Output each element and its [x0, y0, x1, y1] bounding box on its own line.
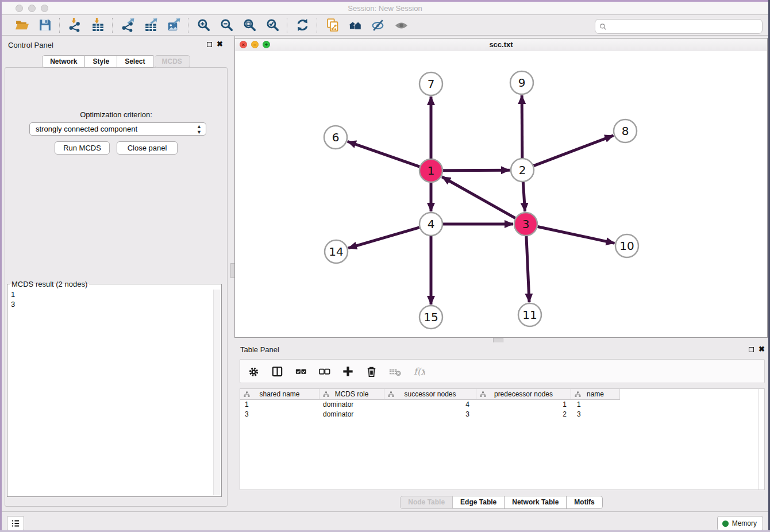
open-session-button[interactable]	[14, 18, 29, 33]
tab-select[interactable]: Select	[117, 55, 153, 68]
svg-text:1: 1	[428, 164, 435, 178]
cell-successor-nodes[interactable]: 3	[384, 410, 476, 419]
run-mcds-button[interactable]: Run MCDS	[55, 141, 110, 155]
import-network-button[interactable]	[67, 18, 82, 33]
edge-2-9[interactable]	[522, 95, 522, 158]
cell-successor-nodes[interactable]: 4	[384, 400, 476, 410]
graph-node-14[interactable]: 14	[325, 240, 348, 263]
graph-node-4[interactable]: 4	[419, 213, 442, 236]
tab-node-table[interactable]: Node Table	[400, 496, 453, 509]
table-row-1[interactable]: 1dominator411	[240, 400, 620, 410]
graph-node-15[interactable]: 15	[419, 306, 442, 329]
zoom-in-button[interactable]	[196, 18, 211, 33]
edge-1-2[interactable]	[443, 170, 510, 171]
import-network-icon	[68, 18, 82, 32]
cell-MCDS-role[interactable]: dominator	[319, 410, 384, 419]
close-panel-icon[interactable]: ✖	[217, 40, 223, 48]
network-canvas[interactable]: 7968124314101511	[235, 51, 767, 337]
cytoscape-app: Session: New Session Control Panel ✖ Net…	[0, 0, 770, 532]
refresh-layout-button[interactable]	[295, 18, 310, 33]
tab-motifs[interactable]: Motifs	[567, 496, 602, 509]
toolbar-group	[189, 18, 287, 33]
edge-3-11[interactable]	[526, 236, 529, 302]
horizontal-splitter[interactable]	[234, 338, 768, 342]
memory-status-dot	[722, 521, 729, 527]
edge-3-1[interactable]	[442, 177, 515, 218]
search-input[interactable]	[609, 21, 762, 32]
edge-2-3[interactable]	[523, 182, 525, 211]
svg-text:f(x): f(x)	[413, 366, 425, 377]
graph-node-2[interactable]: 2	[511, 159, 534, 182]
split-view-button[interactable]	[270, 364, 284, 379]
tab-style[interactable]: Style	[85, 55, 117, 68]
edge-4-14[interactable]	[348, 228, 419, 248]
float-table-panel-icon[interactable]	[749, 347, 754, 352]
cell-shared-name[interactable]: 1	[240, 400, 319, 410]
graph-node-9[interactable]: 9	[510, 71, 533, 94]
graph-node-6[interactable]: 6	[324, 126, 347, 149]
export-image-button[interactable]	[166, 18, 181, 33]
table-panel-title: Table Panel	[240, 345, 279, 354]
graph-node-11[interactable]: 11	[518, 303, 541, 326]
graph-node-3[interactable]: 3	[514, 213, 537, 236]
network-view-window: × − + scc.txt 7968124314101511	[234, 38, 768, 338]
tab-network[interactable]: Network	[42, 55, 85, 68]
deselect-all-button[interactable]	[317, 364, 332, 379]
zoom-out-button[interactable]	[219, 18, 234, 33]
graph-node-8[interactable]: 8	[614, 119, 637, 142]
delete-column-button[interactable]	[364, 364, 379, 379]
tab-network-table[interactable]: Network Table	[505, 496, 567, 509]
cell-name[interactable]: 1	[571, 400, 620, 410]
svg-text:7: 7	[428, 77, 435, 91]
close-table-panel-icon[interactable]: ✖	[759, 345, 765, 353]
svg-text:8: 8	[622, 124, 629, 138]
table-scrollbar[interactable]	[758, 389, 759, 489]
zoom-out-icon	[220, 18, 234, 32]
export-image-icon	[167, 18, 181, 32]
edge-3-10[interactable]	[538, 226, 615, 243]
cell-predecessor-nodes[interactable]: 2	[476, 410, 571, 419]
zoom-fit-button[interactable]	[242, 18, 257, 33]
hide-selected-button[interactable]	[371, 18, 386, 33]
export-network-button[interactable]	[120, 18, 135, 33]
delete-table-icon	[388, 365, 402, 378]
table-settings-button[interactable]	[246, 364, 261, 379]
export-table-button[interactable]	[143, 18, 158, 33]
edge-2-8[interactable]	[534, 136, 614, 166]
cell-MCDS-role[interactable]: dominator	[319, 400, 384, 410]
zoom-in-icon	[197, 18, 211, 32]
table-tabs: Node TableEdge TableNetwork TableMotifs	[234, 496, 768, 509]
tab-edge-table[interactable]: Edge Table	[453, 496, 505, 509]
tab-mcds[interactable]: MCDS	[155, 55, 190, 68]
column-header-MCDS-role[interactable]: MCDS role	[319, 389, 384, 400]
criterion-select[interactable]: strongly connected component ▲▼	[29, 122, 206, 136]
first-neighbors-button[interactable]	[348, 18, 363, 33]
criterion-value: strongly connected component	[36, 125, 137, 133]
new-network-from-selection-button[interactable]	[325, 18, 340, 33]
close-panel-button[interactable]: Close panel	[117, 141, 178, 155]
cell-predecessor-nodes[interactable]: 1	[476, 400, 571, 410]
column-header-successor-nodes[interactable]: successor nodes	[384, 389, 476, 400]
column-header-predecessor-nodes[interactable]: predecessor nodes	[476, 389, 571, 400]
control-panel-tabs: NetworkStyleSelectMCDS	[2, 55, 230, 68]
edge-1-6[interactable]	[348, 141, 419, 167]
refresh-layout-icon	[295, 18, 310, 32]
add-column-button[interactable]	[340, 364, 355, 379]
graph-node-7[interactable]: 7	[419, 72, 442, 95]
cell-shared-name[interactable]: 3	[240, 410, 319, 419]
mcds-result-box: MCDS result (2 nodes) 1 3	[7, 280, 222, 497]
graph-node-10[interactable]: 10	[615, 234, 638, 257]
float-panel-icon[interactable]	[207, 42, 212, 47]
import-table-button[interactable]	[90, 18, 105, 33]
zoom-selected-button[interactable]	[265, 18, 280, 33]
cell-name[interactable]: 3	[571, 410, 620, 419]
result-scrollbar[interactable]	[213, 290, 220, 495]
table-row-3[interactable]: 3dominator323	[240, 410, 620, 419]
select-all-button[interactable]	[293, 364, 308, 379]
save-session-button[interactable]	[37, 18, 52, 33]
column-header-name[interactable]: name	[571, 389, 620, 400]
graph-node-1[interactable]: 1	[419, 159, 442, 182]
column-header-shared-name[interactable]: shared name	[240, 389, 319, 400]
show-panels-button[interactable]	[7, 516, 24, 531]
memory-button[interactable]: Memory	[717, 516, 763, 531]
